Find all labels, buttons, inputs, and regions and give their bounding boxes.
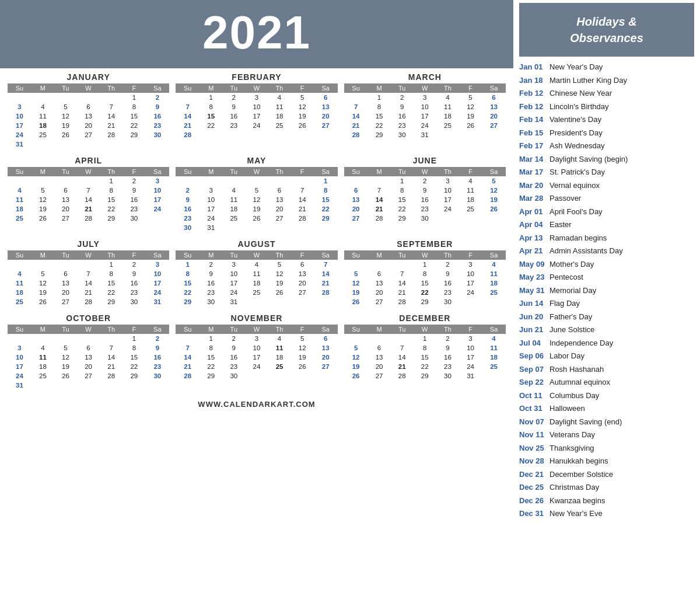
calendar-day: 28 [176, 130, 200, 140]
calendar-day [482, 371, 506, 381]
calendar-day [245, 176, 268, 186]
calendar-day [222, 223, 245, 232]
calendar-day: 5 [54, 343, 77, 353]
calendar-day: 6 [344, 186, 368, 195]
holiday-item: Dec 21December Solstice [519, 469, 694, 480]
day-header: M [368, 83, 391, 93]
calendar-day [200, 176, 222, 186]
calendar-day [32, 93, 54, 102]
cal-table: SuMTuWThFSa12345678910111213141516171819… [176, 250, 337, 306]
day-header: M [32, 250, 54, 260]
calendar-day: 8 [176, 269, 200, 278]
calendar-day [314, 130, 338, 140]
month-block: MAYSuMTuWThFSa12345678910111213141516171… [174, 155, 339, 233]
calendar-day: 17 [8, 121, 32, 130]
calendar-day [245, 371, 268, 381]
month-block: SEPTEMBERSuMTuWThFSa12345678910111213141… [342, 238, 508, 308]
calendar-day: 28 [77, 297, 100, 306]
day-header: M [32, 167, 54, 176]
table-row: 3031 [176, 223, 337, 232]
calendar-day: 9 [222, 343, 245, 353]
calendar-day: 18 [222, 204, 245, 214]
calendar-day: 22 [123, 121, 145, 130]
day-header: W [414, 83, 436, 93]
calendar-day: 19 [291, 353, 314, 362]
calendar-day: 18 [8, 204, 32, 214]
holiday-date: May 23 [519, 271, 550, 283]
table-row: 3456789 [8, 102, 169, 111]
calendar-day: 4 [32, 343, 54, 353]
day-header: M [200, 83, 222, 93]
day-header: W [245, 325, 268, 334]
day-header: Sa [482, 250, 506, 260]
calendar-day [314, 297, 338, 306]
calendar-day: 19 [344, 288, 368, 297]
cal-table: SuMTuWThFSa12345678910111213141516171819… [8, 325, 169, 390]
calendar-day: 6 [368, 269, 391, 278]
holiday-item: Jun 20Father's Day [519, 311, 694, 323]
table-row: 2627282930 [344, 297, 506, 306]
holiday-date: Sep 06 [519, 350, 550, 362]
calendar-day: 20 [268, 204, 290, 214]
calendar-day: 21 [100, 362, 123, 371]
calendar-day: 14 [176, 353, 200, 362]
calendar-day: 24 [222, 288, 245, 297]
calendar-day: 26 [54, 371, 77, 381]
holiday-item: Jun 21June Solstice [519, 324, 694, 336]
calendar-day: 26 [32, 214, 54, 223]
holiday-date: Apr 13 [519, 232, 550, 244]
holiday-date: Sep 07 [519, 364, 550, 375]
calendar-day: 6 [54, 269, 77, 278]
cal-table: SuMTuWThFSa12345678910111213141516171819… [8, 167, 169, 223]
holiday-item: Sep 07Rosh Hashanah [519, 364, 694, 375]
day-header: Su [8, 83, 32, 93]
calendar-day: 30 [145, 130, 169, 140]
calendar-day: 12 [482, 186, 506, 195]
calendar-day [482, 297, 506, 306]
calendar-day: 22 [176, 288, 200, 297]
table-row: 262728293031 [344, 371, 506, 381]
holiday-name: St. Patrick's Day [550, 166, 605, 178]
table-row: 1234567 [176, 260, 337, 269]
calendar-day: 27 [77, 130, 100, 140]
calendar-day [368, 176, 391, 186]
day-header: W [77, 83, 100, 93]
calendar-day: 21 [176, 121, 200, 130]
calendar-day: 21 [314, 278, 338, 288]
calendar-day: 8 [314, 186, 338, 195]
day-header: W [77, 250, 100, 260]
calendar-day: 18 [482, 353, 506, 362]
table-row: 9101112131415 [176, 195, 337, 204]
calendar-day: 7 [344, 102, 368, 111]
table-row: 14151617181920 [176, 111, 337, 121]
calendar-day: 10 [459, 269, 482, 278]
holiday-name: Admin Assistants Day [550, 245, 623, 257]
table-row: 21222324252627 [344, 121, 506, 130]
day-header: Su [344, 167, 368, 176]
calendar-day: 3 [200, 186, 222, 195]
calendar-day: 16 [176, 204, 200, 214]
table-row: 293031 [176, 297, 337, 306]
day-header: Tu [54, 325, 77, 334]
calendar-day: 2 [222, 93, 245, 102]
calendar-day: 19 [268, 278, 290, 288]
day-header: M [32, 83, 54, 93]
calendar-day: 8 [123, 102, 145, 111]
table-row: 28293031 [344, 130, 506, 140]
holidays-panel: Holidays &Observances Jan 01New Year's D… [513, 0, 700, 524]
table-row: 123456 [344, 93, 506, 102]
calendar-day: 5 [459, 93, 482, 102]
calendar-day: 8 [100, 186, 123, 195]
calendar-day: 11 [32, 111, 54, 121]
calendar-day: 9 [436, 269, 459, 278]
calendar-day: 1 [100, 260, 123, 269]
calendar-day: 13 [54, 195, 77, 204]
holiday-date: Feb 17 [519, 140, 550, 152]
calendar-day: 8 [414, 343, 436, 353]
calendar-day: 19 [32, 204, 54, 214]
calendar-day: 19 [482, 195, 506, 204]
calendar-day: 22 [200, 362, 222, 371]
holiday-item: Dec 26Kwanzaa begins [519, 495, 694, 507]
calendar-day: 25 [8, 214, 32, 223]
table-row: 27282930 [344, 214, 506, 223]
